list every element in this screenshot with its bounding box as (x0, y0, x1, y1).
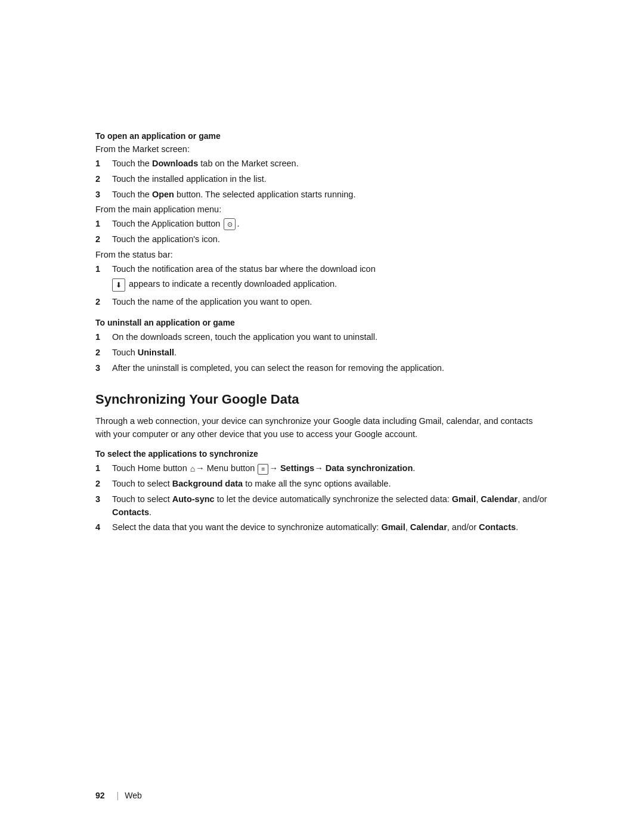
step-content: Touch Uninstall. (112, 346, 549, 360)
sync-body: Through a web connection, your device ca… (95, 414, 549, 441)
download-icon: ⬇ (112, 278, 125, 292)
from-main-steps: 1 Touch the Application button ⊙. 2 Touc… (95, 218, 549, 246)
sync-subsection-heading: To select the applications to synchroniz… (95, 449, 549, 459)
list-item: 4 Select the data that you want the devi… (95, 521, 549, 534)
list-item: 3 After the uninstall is completed, you … (95, 362, 549, 375)
list-item: 2 Touch the installed application in the… (95, 173, 549, 186)
bold-contacts-4: Contacts (479, 522, 516, 532)
list-item: 2 Touch the application's icon. (95, 233, 549, 246)
open-app-heading: To open an application or game (95, 131, 549, 141)
step-number: 1 (95, 157, 112, 171)
uninstall-steps: 1 On the downloads screen, touch the app… (95, 331, 549, 374)
from-status-label: From the status bar: (95, 250, 549, 259)
footer-separator: | (117, 791, 119, 800)
bold-background: Background data (172, 479, 243, 488)
step-number: 1 (95, 462, 112, 475)
list-item: 1 Touch the Downloads tab on the Market … (95, 157, 549, 171)
uninstall-heading: To uninstall an application or game (95, 318, 549, 327)
step-content: Touch the Open button. The selected appl… (112, 188, 549, 202)
step-number: 1 (95, 331, 112, 344)
step-content: Touch the Downloads tab on the Market sc… (112, 157, 549, 171)
bold-calendar-4: Calendar (410, 522, 447, 532)
step-number: 3 (95, 362, 112, 375)
step-content: Touch the notification area of the statu… (112, 263, 376, 276)
from-main-label: From the main application menu: (95, 205, 549, 214)
page-footer: 92 | Web (95, 791, 549, 800)
bold-gmail-4: Gmail (381, 522, 405, 532)
bold-autosync: Auto-sync (172, 494, 215, 504)
from-market-label: From the Market screen: (95, 144, 549, 154)
step-content: Touch to select Auto-sync to let the dev… (112, 493, 549, 519)
step-number: 2 (95, 173, 112, 186)
step-number: 4 (95, 521, 112, 534)
list-item: 1 Touch Home button ⌂→ Menu button ≡→ Se… (95, 462, 549, 475)
step-number: 2 (95, 296, 112, 309)
footer-section-label: Web (125, 791, 142, 800)
step-content: Touch the Application button ⊙. (112, 218, 549, 231)
step-content: Select the data that you want the device… (112, 521, 549, 534)
sync-steps: 1 Touch Home button ⌂→ Menu button ≡→ Se… (95, 462, 549, 534)
download-icon-text: appears to indicate a recently downloade… (129, 278, 337, 291)
uninstall-section: To uninstall an application or game 1 On… (95, 318, 549, 374)
list-item: 3 Touch the Open button. The selected ap… (95, 188, 549, 202)
step-content: On the downloads screen, touch the appli… (112, 331, 549, 344)
from-status-steps: 1 Touch the notification area of the sta… (95, 263, 549, 309)
step-number: 1 (95, 218, 112, 231)
download-icon-row: ⬇ appears to indicate a recently downloa… (112, 278, 337, 292)
list-item: 1 Touch the notification area of the sta… (95, 263, 549, 293)
list-item: 1 Touch the Application button ⊙. (95, 218, 549, 231)
bold-gmail-3: Gmail (452, 494, 476, 504)
page-number: 92 (95, 791, 105, 800)
bold-settings: Settings (280, 463, 314, 473)
step-number: 2 (95, 478, 112, 491)
list-item: 2 Touch Uninstall. (95, 346, 549, 360)
open-app-section: To open an application or game From the … (95, 131, 549, 308)
from-market-steps: 1 Touch the Downloads tab on the Market … (95, 157, 549, 201)
step-number: 2 (95, 346, 112, 360)
bold-open: Open (152, 190, 174, 199)
step-number: 2 (95, 233, 112, 246)
sync-section: Synchronizing Your Google Data Through a… (95, 392, 549, 535)
home-icon: ⌂ (190, 463, 195, 475)
sync-title: Synchronizing Your Google Data (95, 392, 549, 407)
bold-data-sync: Data synchronization (326, 463, 413, 473)
step-number: 1 (95, 263, 112, 276)
step-content: Touch the name of the application you wa… (112, 296, 549, 309)
bold-uninstall: Uninstall (138, 348, 174, 357)
step-content: Touch the installed application in the l… (112, 173, 549, 186)
application-button-icon: ⊙ (224, 218, 236, 230)
step-content: After the uninstall is completed, you ca… (112, 362, 549, 375)
step-content: Touch Home button ⌂→ Menu button ≡→ Sett… (112, 462, 549, 475)
page: To open an application or game From the … (0, 0, 644, 833)
list-item: 3 Touch to select Auto-sync to let the d… (95, 493, 549, 519)
step-number: 3 (95, 493, 112, 506)
list-item: 2 Touch to select Background data to mak… (95, 478, 549, 491)
step-content: Touch to select Background data to make … (112, 478, 549, 491)
bold-calendar-3: Calendar (481, 494, 518, 504)
menu-icon: ≡ (258, 464, 268, 475)
list-item: 1 On the downloads screen, touch the app… (95, 331, 549, 344)
step-content: Touch the application's icon. (112, 233, 549, 246)
step-number: 3 (95, 188, 112, 202)
list-item: 2 Touch the name of the application you … (95, 296, 549, 309)
bold-downloads: Downloads (152, 159, 198, 168)
bold-contacts-3: Contacts (112, 507, 149, 517)
